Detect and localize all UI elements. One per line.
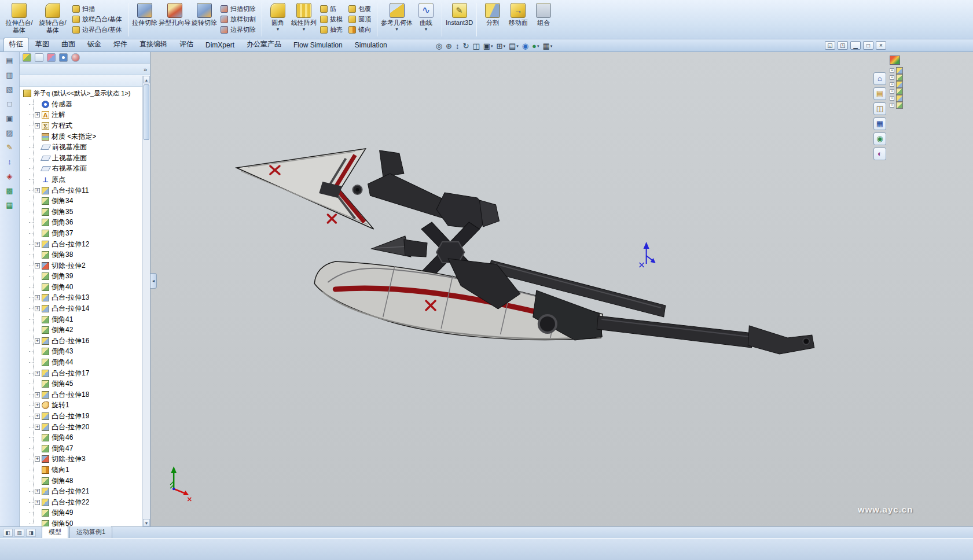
zoom-fit-button[interactable]: ◎ — [435, 42, 443, 50]
curves-button[interactable]: 曲线 ▼ — [414, 1, 438, 39]
tile-window-button[interactable]: ◳ — [838, 41, 848, 50]
expand-icon[interactable]: + — [35, 392, 40, 397]
expand-icon[interactable]: + — [35, 123, 40, 128]
custom-properties-tab[interactable]: ◐ — [873, 148, 886, 160]
feature-tree-item[interactable]: + 倒角37 — [20, 228, 150, 239]
extruded-cut-button[interactable]: 拉伸切除 ▼ — [132, 1, 157, 39]
propertymanager-tab[interactable] — [35, 53, 43, 62]
hole-wizard-button[interactable]: 异型孔向导 ▼ — [159, 1, 190, 39]
boundary-cut-button[interactable]: 边界切除 — [218, 24, 258, 35]
feature-tree-item[interactable]: + 倒角39 — [20, 271, 150, 282]
expand-icon[interactable]: + — [890, 82, 894, 87]
expand-icon[interactable]: + — [35, 371, 40, 376]
apply-scene-button[interactable]: ● — [531, 42, 539, 50]
feature-tree-item[interactable]: + 倒角35 — [20, 207, 150, 218]
features-column[interactable]: ▼ 筋 拔模 抽壳 — [318, 1, 345, 39]
expand-icon[interactable]: + — [35, 489, 40, 494]
edit-appearance-button[interactable]: ◉ — [522, 42, 529, 50]
flyout-tree-item[interactable]: + — [890, 88, 903, 95]
left-toolbar-button[interactable]: □ — [3, 98, 16, 109]
wrap-button[interactable]: 包覆 — [346, 3, 373, 14]
rotate-view-button[interactable]: ↻ — [462, 42, 470, 50]
feature-tree-item[interactable]: + 倒角38 — [20, 249, 150, 260]
expand-icon[interactable]: + — [35, 188, 40, 193]
ribbon-separator[interactable]: ▼ — [377, 3, 377, 36]
feature-tree-item[interactable]: + 传感器 — [20, 99, 150, 110]
study-tab[interactable]: 运动算例1 — [69, 526, 112, 538]
configurationmanager-tab[interactable] — [47, 53, 56, 62]
left-toolbar-button[interactable]: ◈ — [3, 171, 16, 182]
split-button[interactable]: 分割 ▼ — [480, 1, 505, 39]
revolved-cut-button[interactable]: 旋转切除 ▼ — [192, 1, 217, 39]
ribbon-separator[interactable]: ▼ — [476, 3, 477, 36]
feature-tree-root[interactable]: 斧子q (默认<<默认>_显示状态 1>) — [20, 88, 150, 99]
instant3d-button[interactable]: Instant3D ▼ — [446, 1, 473, 39]
feature-tree-item[interactable]: + 右视基准面 — [20, 164, 150, 175]
design-library-tab[interactable]: ▤ — [873, 87, 886, 100]
left-toolbar-button[interactable]: ▤ — [3, 55, 16, 66]
tree-scrollbar[interactable]: ▲ ▼ — [142, 76, 150, 526]
expand-icon[interactable]: + — [35, 500, 40, 505]
flyout-tree-item[interactable]: + — [890, 81, 903, 88]
featuremanager-tab[interactable] — [23, 53, 31, 62]
expand-icon[interactable]: + — [890, 68, 894, 73]
feature-tree-item[interactable]: + 切除-拉伸2 — [20, 260, 150, 271]
section-view-button[interactable]: ◫ — [472, 42, 480, 50]
feature-tree-item[interactable]: + 凸台-拉伸14 — [20, 303, 150, 314]
feature-tree-item[interactable]: + 倒角47 — [20, 443, 150, 454]
feature-tree-item[interactable]: + 倒角40 — [20, 282, 150, 293]
display-style-button[interactable]: ⊞ — [496, 42, 506, 50]
feature-tree-item[interactable]: + 注解 — [20, 110, 150, 121]
commandmanager-tab[interactable]: Flow Simulation — [288, 39, 348, 51]
expand-icon[interactable]: + — [35, 295, 40, 300]
feature-tree-item[interactable]: + 原点 — [20, 174, 150, 185]
view-palette-tab[interactable]: ▦ — [873, 117, 886, 130]
expand-icon[interactable]: + — [35, 403, 40, 408]
left-toolbar-button[interactable]: ▥ — [3, 69, 16, 80]
flyout-tree-item[interactable]: + — [890, 95, 903, 102]
expand-icon[interactable]: + — [35, 306, 40, 311]
feature-tree-item[interactable]: + 方程式 — [20, 120, 150, 131]
reference-geometry-button[interactable]: 参考几何体 ▼ — [381, 1, 413, 39]
extruded-boss-base-button[interactable]: 拉伸凸台/基体 ▼ — [3, 1, 35, 39]
boss-column[interactable]: ▼ 扫描 放样凸台/基体 边界凸台/基体 — [70, 1, 124, 39]
file-explorer-tab[interactable]: ◫ — [873, 102, 886, 115]
commandmanager-tab[interactable]: 焊件 — [108, 38, 133, 51]
ribbon-separator[interactable]: ▼ — [262, 3, 262, 36]
feature-tree-item[interactable]: + 旋转1 — [20, 400, 150, 411]
zoom-to-area-button[interactable]: ⊕ — [445, 42, 453, 50]
boundary-boss-base-button[interactable]: 边界凸台/基体 — [70, 24, 124, 35]
feature-tree-item[interactable]: + 凸台-拉伸19 — [20, 411, 150, 422]
feature-tree-item[interactable]: + 材质 <未指定> — [20, 131, 150, 142]
lofted-cut-button[interactable]: 放样切割 — [218, 14, 258, 24]
features-column-2[interactable]: ▼ 包覆 圆顶 镜向 — [346, 1, 373, 39]
expand-icon[interactable]: + — [35, 425, 40, 430]
feature-tree-item[interactable]: + 倒角45 — [20, 378, 150, 389]
mirror-button[interactable]: 镜向 — [346, 24, 373, 35]
feature-tree-item[interactable]: + 凸台-拉伸21 — [20, 486, 150, 497]
feature-tree-item[interactable]: + 凸台-拉伸13 — [20, 293, 150, 304]
left-toolbar-button[interactable]: ↕ — [3, 156, 16, 167]
feature-tree-item[interactable]: + 切除-拉伸3 — [20, 454, 150, 465]
expand-icon[interactable]: + — [890, 96, 894, 101]
rib-button[interactable]: 筋 — [318, 3, 345, 14]
feature-tree-item[interactable]: + 凸台-拉伸17 — [20, 368, 150, 379]
displaymanager-tab[interactable] — [71, 53, 80, 62]
commandmanager-tab[interactable]: 草图 — [30, 38, 55, 51]
expand-icon[interactable]: + — [890, 75, 894, 80]
study-tab[interactable]: 模型 — [42, 526, 68, 538]
shell-button[interactable]: 抽壳 — [318, 24, 345, 35]
expand-icon[interactable]: + — [35, 338, 40, 344]
commandmanager-tab[interactable]: Simulation — [349, 39, 393, 51]
study-toolbar-button[interactable]: ◨ — [26, 529, 36, 537]
left-toolbar-button[interactable]: ▩ — [3, 185, 16, 196]
panel-overflow-button[interactable]: » — [144, 66, 147, 73]
minimize-window-button[interactable]: ▁ — [850, 41, 861, 50]
scroll-up-arrow[interactable]: ▲ — [143, 76, 150, 83]
flyout-tree-item[interactable]: + — [890, 67, 903, 74]
feature-tree-item[interactable]: + 倒角46 — [20, 432, 150, 443]
zoom-in-out-button[interactable]: ↕ — [455, 42, 460, 50]
expand-icon[interactable]: + — [35, 112, 40, 117]
commandmanager-tab[interactable]: 评估 — [174, 38, 199, 51]
swept-boss-base-button[interactable]: 扫描 — [70, 3, 124, 14]
